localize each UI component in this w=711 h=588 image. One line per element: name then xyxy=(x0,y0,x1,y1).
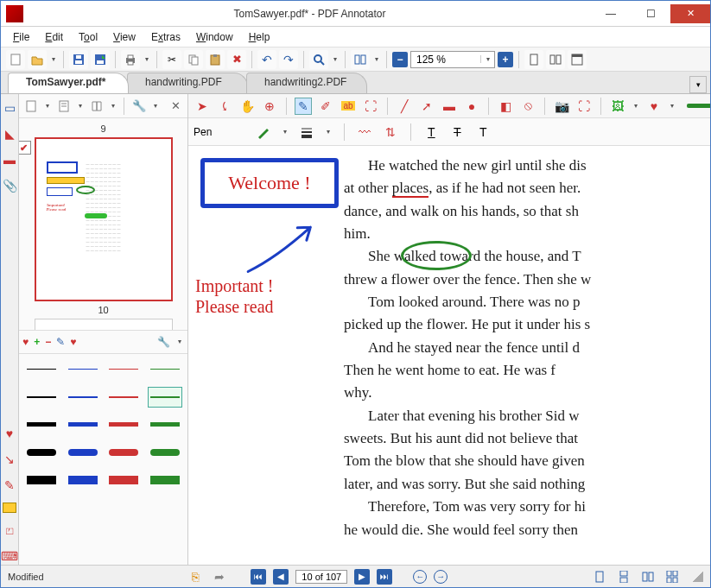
annotation-important-text[interactable]: Important ! Please read xyxy=(195,275,274,317)
pages-tab-icon[interactable]: ▭ xyxy=(1,99,18,117)
fav-thin-black[interactable] xyxy=(24,359,59,380)
snapshot-tool[interactable]: 📷 xyxy=(553,98,570,115)
curve-tool[interactable]: 〰 xyxy=(356,123,373,141)
rect-tool[interactable]: ▬ xyxy=(441,98,458,115)
new-doc-button[interactable] xyxy=(6,50,25,69)
eraser-tool[interactable]: ◧ xyxy=(497,98,514,115)
last-page-button[interactable]: ⏭ xyxy=(377,569,392,585)
select-page-button[interactable] xyxy=(22,98,40,115)
hand-tool[interactable]: ✋ xyxy=(238,98,256,115)
menu-tool[interactable]: Tool xyxy=(72,29,105,45)
menu-view[interactable]: View xyxy=(106,29,143,45)
fav-med-green[interactable] xyxy=(148,387,182,408)
fav-settings-dropdown[interactable]: ▾ xyxy=(175,338,184,345)
text-squiggly[interactable]: T xyxy=(474,123,492,141)
fav-thick-blue[interactable] xyxy=(66,414,100,435)
tab-tomsawyer[interactable]: TomSawyer.pdf* xyxy=(8,73,129,93)
search-button[interactable] xyxy=(309,50,328,69)
send-button[interactable]: ➦ xyxy=(211,568,228,585)
maximize-button[interactable] xyxy=(631,4,670,23)
zoom-input[interactable] xyxy=(411,52,480,67)
fav-thick-black[interactable] xyxy=(24,414,59,435)
zoom-out-button[interactable]: − xyxy=(392,52,408,67)
arrow-tool-icon[interactable]: ↘ xyxy=(1,451,18,468)
pen-tool-icon[interactable]: ✎ xyxy=(1,477,18,494)
text-underline[interactable]: T xyxy=(422,123,440,141)
attachments-tab-icon[interactable]: 📎 xyxy=(1,177,18,194)
fav-thin-red[interactable] xyxy=(107,359,142,380)
select-page-dropdown[interactable]: ▾ xyxy=(43,102,52,110)
fav-med-black[interactable] xyxy=(24,387,59,408)
fav-block-red[interactable] xyxy=(107,470,142,490)
next-page-button[interactable]: ▶ xyxy=(354,569,370,585)
cut-button[interactable]: ✂ xyxy=(162,50,181,69)
fav-thin-blue[interactable] xyxy=(66,359,100,380)
view-single-button[interactable] xyxy=(591,568,608,585)
single-page-button[interactable] xyxy=(524,50,543,69)
nav-back-button[interactable]: ← xyxy=(413,570,427,584)
pen-width-dropdown[interactable]: ▾ xyxy=(324,128,333,136)
fav-thick-red[interactable] xyxy=(107,414,142,435)
annotation-welcome-box[interactable]: Welcome ! xyxy=(200,158,339,208)
search-dropdown[interactable]: ▾ xyxy=(331,55,340,63)
fav-round-blue[interactable] xyxy=(66,442,100,463)
fav-round-black[interactable] xyxy=(24,442,59,463)
save-as-button[interactable] xyxy=(91,50,110,69)
zoom-dropdown[interactable]: ▾ xyxy=(480,55,494,63)
open-button[interactable] xyxy=(28,50,47,69)
fav-settings-button[interactable]: 🔧 xyxy=(157,336,170,348)
book-view-dropdown[interactable]: ▾ xyxy=(109,102,117,110)
pointer-tool[interactable]: ➤ xyxy=(194,98,211,115)
resize-grip[interactable] xyxy=(693,572,703,582)
stamp-tool[interactable]: ⛶ xyxy=(362,98,379,115)
tab-overflow-button[interactable]: ▾ xyxy=(689,76,707,93)
view-continuous-button[interactable] xyxy=(615,568,632,585)
two-page-button[interactable] xyxy=(546,50,565,69)
print-button[interactable] xyxy=(121,50,140,69)
export-button[interactable]: ⎘ xyxy=(187,568,204,585)
menu-help[interactable]: Help xyxy=(242,29,277,45)
fav-block-green[interactable] xyxy=(148,470,182,490)
menu-window[interactable]: Window xyxy=(189,29,240,45)
view-two-button[interactable] xyxy=(639,568,657,585)
close-button[interactable] xyxy=(670,4,710,23)
lasso-tool[interactable]: ⤹ xyxy=(216,98,233,115)
fav-heart-icon[interactable]: ♥ xyxy=(22,336,29,348)
page-view[interactable]: Welcome ! Important ! Please read He wat… xyxy=(188,146,710,565)
thumb-settings-dropdown[interactable]: ▾ xyxy=(151,102,160,110)
fav-add-button[interactable]: + xyxy=(34,336,40,348)
menu-edit[interactable]: Edit xyxy=(38,29,70,45)
straighten-tool[interactable]: ⇅ xyxy=(382,123,399,141)
stamp-tool-icon[interactable]: ⏍ xyxy=(1,522,18,539)
favorite-dropdown[interactable]: ▾ xyxy=(668,102,676,110)
fav-thin-green[interactable] xyxy=(148,359,182,380)
minimize-button[interactable] xyxy=(591,4,631,23)
fav-remove-button[interactable]: − xyxy=(45,336,51,348)
view-two-continuous-button[interactable] xyxy=(663,568,681,585)
layout-button[interactable] xyxy=(351,50,370,69)
fullscreen-button[interactable] xyxy=(568,50,587,69)
highlight-tool-icon[interactable] xyxy=(3,503,16,513)
line-tool[interactable]: ╱ xyxy=(396,98,413,115)
redo-button[interactable]: ↷ xyxy=(279,50,298,69)
close-panel-button[interactable]: ✕ xyxy=(167,98,184,115)
fav-med-blue[interactable] xyxy=(66,387,100,408)
favorites-heart-icon[interactable]: ♥ xyxy=(1,425,18,442)
tab-handwriting2[interactable]: handwriting2.PDF xyxy=(246,73,367,93)
annotation-circle[interactable] xyxy=(401,241,472,270)
fav-round-red[interactable] xyxy=(107,442,142,463)
ellipse-tool[interactable]: ● xyxy=(463,98,480,115)
fav-block-black[interactable] xyxy=(24,470,59,490)
crop-tool[interactable]: ⛶ xyxy=(575,98,593,115)
print-dropdown[interactable]: ▾ xyxy=(143,55,151,63)
arrow-tool[interactable]: ➚ xyxy=(418,98,435,115)
thumbnails-area[interactable]: 9 ✔ Important!Please read — — — — — — — … xyxy=(19,118,187,330)
tab-handwriting[interactable]: handwriting.PDF xyxy=(127,73,248,93)
pen-tool[interactable]: ✎ xyxy=(295,98,312,115)
insert-page-button[interactable] xyxy=(55,98,73,115)
delete-button[interactable]: ✖ xyxy=(227,50,246,69)
annotations-tab-icon[interactable]: ▬ xyxy=(1,151,18,168)
book-view-button[interactable] xyxy=(88,98,105,115)
save-button[interactable] xyxy=(69,50,88,69)
menu-extras[interactable]: Extras xyxy=(144,29,187,45)
